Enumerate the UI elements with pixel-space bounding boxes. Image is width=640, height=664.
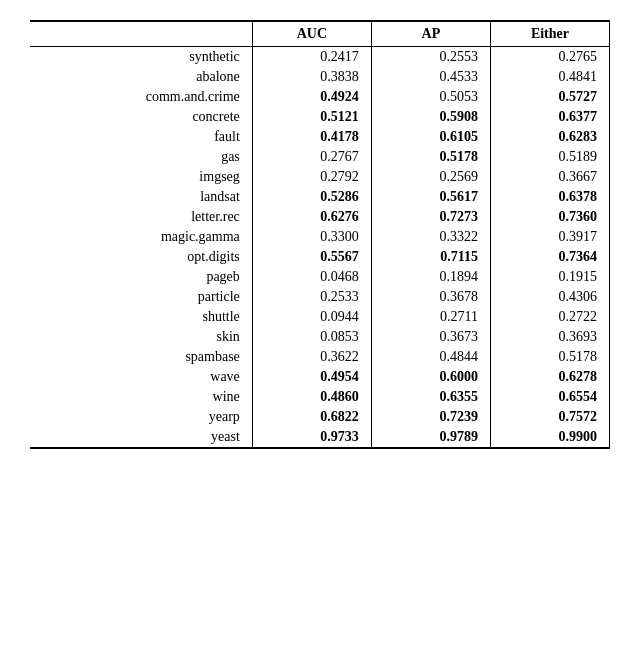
table-row: synthetic0.24170.25530.2765 (30, 47, 610, 68)
cell-dataset-name: concrete (30, 107, 252, 127)
cell-ap: 0.6355 (371, 387, 490, 407)
cell-ap: 0.4533 (371, 67, 490, 87)
cell-auc: 0.4954 (252, 367, 371, 387)
cell-dataset-name: letter.rec (30, 207, 252, 227)
cell-auc: 0.5567 (252, 247, 371, 267)
table-row: particle0.25330.36780.4306 (30, 287, 610, 307)
cell-auc: 0.2533 (252, 287, 371, 307)
cell-dataset-name: skin (30, 327, 252, 347)
cell-auc: 0.2767 (252, 147, 371, 167)
cell-either: 0.7364 (490, 247, 609, 267)
cell-auc: 0.9733 (252, 427, 371, 448)
table-row: magic.gamma0.33000.33220.3917 (30, 227, 610, 247)
cell-dataset-name: wave (30, 367, 252, 387)
cell-ap: 0.7273 (371, 207, 490, 227)
cell-ap: 0.5053 (371, 87, 490, 107)
cell-auc: 0.4924 (252, 87, 371, 107)
cell-ap: 0.7239 (371, 407, 490, 427)
table-header-row: AUC AP Either (30, 21, 610, 47)
cell-ap: 0.2711 (371, 307, 490, 327)
cell-either: 0.5178 (490, 347, 609, 367)
cell-either: 0.6283 (490, 127, 609, 147)
cell-auc: 0.5121 (252, 107, 371, 127)
cell-dataset-name: gas (30, 147, 252, 167)
cell-either: 0.6278 (490, 367, 609, 387)
table-row: imgseg0.27920.25690.3667 (30, 167, 610, 187)
table-row: gas0.27670.51780.5189 (30, 147, 610, 167)
cell-ap: 0.1894 (371, 267, 490, 287)
cell-dataset-name: magic.gamma (30, 227, 252, 247)
cell-dataset-name: shuttle (30, 307, 252, 327)
cell-ap: 0.6000 (371, 367, 490, 387)
cell-either: 0.3693 (490, 327, 609, 347)
cell-dataset-name: synthetic (30, 47, 252, 68)
table-row: yearp0.68220.72390.7572 (30, 407, 610, 427)
main-table-container: AUC AP Either synthetic0.24170.25530.276… (30, 20, 610, 449)
cell-auc: 0.6822 (252, 407, 371, 427)
cell-either: 0.2722 (490, 307, 609, 327)
col-header-name (30, 21, 252, 47)
table-row: wave0.49540.60000.6278 (30, 367, 610, 387)
cell-either: 0.6377 (490, 107, 609, 127)
cell-auc: 0.3838 (252, 67, 371, 87)
results-table: AUC AP Either synthetic0.24170.25530.276… (30, 20, 610, 449)
cell-either: 0.6554 (490, 387, 609, 407)
table-row: comm.and.crime0.49240.50530.5727 (30, 87, 610, 107)
cell-dataset-name: fault (30, 127, 252, 147)
col-header-auc: AUC (252, 21, 371, 47)
cell-ap: 0.3678 (371, 287, 490, 307)
table-row: yeast0.97330.97890.9900 (30, 427, 610, 448)
cell-dataset-name: imgseg (30, 167, 252, 187)
cell-ap: 0.2569 (371, 167, 490, 187)
cell-dataset-name: yeast (30, 427, 252, 448)
table-row: fault0.41780.61050.6283 (30, 127, 610, 147)
table-row: abalone0.38380.45330.4841 (30, 67, 610, 87)
cell-auc: 0.5286 (252, 187, 371, 207)
cell-auc: 0.4178 (252, 127, 371, 147)
cell-ap: 0.6105 (371, 127, 490, 147)
table-row: shuttle0.09440.27110.2722 (30, 307, 610, 327)
table-row: spambase0.36220.48440.5178 (30, 347, 610, 367)
cell-auc: 0.4860 (252, 387, 371, 407)
cell-either: 0.5189 (490, 147, 609, 167)
table-row: letter.rec0.62760.72730.7360 (30, 207, 610, 227)
cell-either: 0.3917 (490, 227, 609, 247)
cell-dataset-name: particle (30, 287, 252, 307)
cell-either: 0.4306 (490, 287, 609, 307)
table-row: pageb0.04680.18940.1915 (30, 267, 610, 287)
cell-auc: 0.0944 (252, 307, 371, 327)
cell-auc: 0.3300 (252, 227, 371, 247)
cell-auc: 0.0853 (252, 327, 371, 347)
cell-ap: 0.7115 (371, 247, 490, 267)
cell-either: 0.3667 (490, 167, 609, 187)
cell-either: 0.6378 (490, 187, 609, 207)
cell-dataset-name: opt.digits (30, 247, 252, 267)
cell-dataset-name: yearp (30, 407, 252, 427)
table-row: opt.digits0.55670.71150.7364 (30, 247, 610, 267)
cell-auc: 0.0468 (252, 267, 371, 287)
table-row: landsat0.52860.56170.6378 (30, 187, 610, 207)
cell-ap: 0.5908 (371, 107, 490, 127)
cell-dataset-name: spambase (30, 347, 252, 367)
cell-ap: 0.3322 (371, 227, 490, 247)
table-row: concrete0.51210.59080.6377 (30, 107, 610, 127)
cell-either: 0.1915 (490, 267, 609, 287)
cell-dataset-name: comm.and.crime (30, 87, 252, 107)
cell-ap: 0.4844 (371, 347, 490, 367)
cell-ap: 0.5178 (371, 147, 490, 167)
cell-either: 0.9900 (490, 427, 609, 448)
col-header-ap: AP (371, 21, 490, 47)
cell-either: 0.7572 (490, 407, 609, 427)
cell-dataset-name: landsat (30, 187, 252, 207)
table-body: synthetic0.24170.25530.2765abalone0.3838… (30, 47, 610, 449)
cell-either: 0.5727 (490, 87, 609, 107)
table-row: skin0.08530.36730.3693 (30, 327, 610, 347)
cell-either: 0.2765 (490, 47, 609, 68)
cell-auc: 0.2792 (252, 167, 371, 187)
cell-dataset-name: abalone (30, 67, 252, 87)
cell-ap: 0.9789 (371, 427, 490, 448)
cell-ap: 0.3673 (371, 327, 490, 347)
cell-dataset-name: pageb (30, 267, 252, 287)
col-header-either: Either (490, 21, 609, 47)
cell-either: 0.4841 (490, 67, 609, 87)
